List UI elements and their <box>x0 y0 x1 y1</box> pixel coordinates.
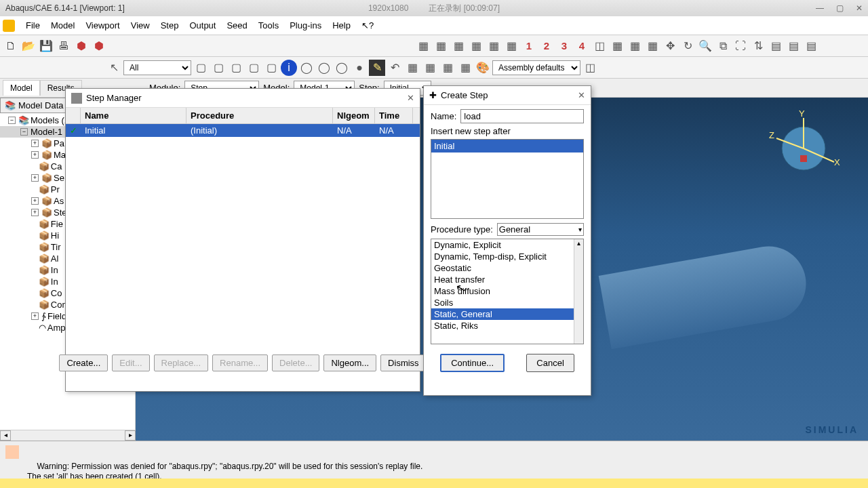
sel3-icon[interactable]: ▢ <box>228 60 244 76</box>
view-preset-1[interactable]: 1 <box>521 38 537 54</box>
delete-button[interactable]: Delete... <box>272 354 319 371</box>
db-icon[interactable]: ⬢ <box>73 38 90 54</box>
insert-after-list[interactable]: Initial <box>431 139 584 219</box>
fit-icon[interactable]: ⛶ <box>732 38 749 54</box>
info-icon[interactable]: i <box>281 60 297 76</box>
view-xz-icon[interactable]: ▦ <box>433 38 449 54</box>
scrollbar[interactable]: ▴ <box>574 239 583 344</box>
grid3-icon[interactable]: ▤ <box>803 38 819 54</box>
create-button[interactable]: Create... <box>59 354 108 371</box>
persp-icon[interactable]: ◫ <box>591 38 608 54</box>
view-preset-4[interactable]: 4 <box>574 38 590 54</box>
view-iso-icon[interactable]: ▦ <box>468 38 484 54</box>
grid2-icon[interactable]: ▤ <box>785 38 802 54</box>
scroll-right-icon[interactable]: ▸ <box>125 430 136 441</box>
proc-mass-diffusion[interactable]: Mass diffusion <box>431 285 583 297</box>
tab-model[interactable]: Model <box>3 80 40 96</box>
rotate-icon[interactable]: ↻ <box>679 38 696 54</box>
procedure-type-select[interactable]: General▾ <box>497 223 584 236</box>
sel4-icon[interactable]: ▢ <box>245 60 262 76</box>
menu-viewport[interactable]: Viewport <box>80 18 125 33</box>
create-step-title-bar[interactable]: ✚ Create Step ✕ <box>424 86 591 105</box>
filter-select[interactable]: All <box>123 60 191 75</box>
menu-model[interactable]: Model <box>45 18 80 33</box>
proc-dynamic-explicit[interactable]: Dynamic, Explicit <box>431 239 583 251</box>
replace-button[interactable]: Replace... <box>154 354 209 371</box>
view-preset-2[interactable]: 2 <box>538 38 555 54</box>
open-icon[interactable]: 📂 <box>20 38 37 54</box>
menu-tools[interactable]: Tools <box>253 18 284 33</box>
layout2-icon[interactable]: ▦ <box>457 60 473 76</box>
view-iso2-icon[interactable]: ▦ <box>486 38 502 54</box>
procedure-type-label: Procedure type: <box>431 224 493 235</box>
command-line[interactable] <box>0 479 868 488</box>
db2-icon[interactable]: ⬢ <box>91 38 107 54</box>
menu-seed[interactable]: Seed <box>221 18 252 33</box>
table-icon[interactable]: ▦ <box>404 60 420 76</box>
render2-icon[interactable]: ▦ <box>627 38 643 54</box>
continue-button[interactable]: Continue... <box>440 354 505 372</box>
menu-plugins[interactable]: Plug-ins <box>284 18 327 33</box>
table2-icon[interactable]: ▦ <box>422 60 438 76</box>
proc-dynamic-temp-disp[interactable]: Dynamic, Temp-disp, Explicit <box>431 251 583 262</box>
circ2-icon[interactable]: ◯ <box>316 60 332 76</box>
render3-icon[interactable]: ▦ <box>644 38 660 54</box>
menu-file[interactable]: File <box>20 18 45 33</box>
pan-icon[interactable]: ✥ <box>662 38 678 54</box>
menu-help[interactable]: Help <box>327 18 356 33</box>
view-yz-icon[interactable]: ▦ <box>450 38 467 54</box>
close-icon[interactable]: ✕ <box>578 90 585 100</box>
insert-after-initial[interactable]: Initial <box>431 140 583 152</box>
circ3-icon[interactable]: ◯ <box>334 60 350 76</box>
sel2-icon[interactable]: ▢ <box>210 60 226 76</box>
rename-button[interactable]: Rename... <box>212 354 268 371</box>
simulia-logo: SIMULIA <box>805 424 859 435</box>
view-preset-3[interactable]: 3 <box>556 38 572 54</box>
menu-view[interactable]: View <box>125 18 155 33</box>
print-icon[interactable]: 🖶 <box>56 38 72 54</box>
undo-icon[interactable]: ↶ <box>387 60 403 76</box>
cube-icon[interactable]: ◫ <box>582 60 598 76</box>
proc-geostatic[interactable]: Geostatic <box>431 262 583 274</box>
nlgeom-button[interactable]: Nlgeom... <box>323 354 376 371</box>
close-icon[interactable]: ✕ <box>407 93 414 103</box>
save-icon[interactable]: 💾 <box>38 38 54 54</box>
menu-output[interactable]: Output <box>184 18 221 33</box>
name-input[interactable] <box>460 109 584 123</box>
step-manager-title-bar[interactable]: Step Manager ✕ <box>66 89 420 108</box>
new-icon[interactable]: 🗋 <box>3 38 19 54</box>
maximize-icon[interactable]: ▢ <box>836 3 844 13</box>
circ1-icon[interactable]: ◯ <box>298 60 315 76</box>
circ4-icon[interactable]: ● <box>351 60 368 76</box>
cancel-button[interactable]: Cancel <box>526 354 574 372</box>
scroll-left-icon[interactable]: ◂ <box>0 430 11 441</box>
close-icon[interactable]: ✕ <box>856 3 863 13</box>
step-manager-dialog: Step Manager ✕ Name Procedure Nlgeom Tim… <box>65 88 420 392</box>
dismiss-button[interactable]: Dismiss <box>380 354 427 371</box>
grid-icon[interactable]: ▤ <box>768 38 784 54</box>
view-iso3-icon[interactable]: ▦ <box>503 38 519 54</box>
zoom-icon[interactable]: 🔍 <box>697 38 713 54</box>
step-manager-buttons: Create... Edit... Replace... Rename... D… <box>66 349 420 377</box>
proc-soils[interactable]: Soils <box>431 297 583 308</box>
assembly-defaults-select[interactable]: Assembly defaults <box>492 60 580 75</box>
cycle-icon[interactable]: ⇅ <box>750 38 766 54</box>
help-cursor-icon[interactable]: ↖? <box>356 18 379 33</box>
edit-button[interactable]: Edit... <box>112 354 149 371</box>
step-row-initial[interactable]: ✓ Initial (Initial) N/A N/A <box>66 124 420 137</box>
color-icon[interactable]: 🎨 <box>475 60 491 76</box>
proc-static-general[interactable]: Static, General <box>431 308 583 320</box>
zoom-box-icon[interactable]: ⧉ <box>715 38 731 54</box>
menu-step[interactable]: Step <box>155 18 184 33</box>
sel5-icon[interactable]: ▢ <box>263 60 279 76</box>
view-xy-icon[interactable]: ▦ <box>415 38 431 54</box>
render-icon[interactable]: ▦ <box>609 38 625 54</box>
proc-static-riks[interactable]: Static, Riks <box>431 320 583 331</box>
minimize-icon[interactable]: — <box>816 3 824 13</box>
tree-hscroll[interactable]: ◂ ▸ <box>0 430 136 441</box>
layout-icon[interactable]: ▦ <box>439 60 456 76</box>
sel1-icon[interactable]: ▢ <box>193 60 209 76</box>
highlight-icon[interactable]: ✎ <box>369 60 385 76</box>
pointer-icon[interactable]: ↖ <box>106 60 122 76</box>
procedure-list[interactable]: Dynamic, Explicit Dynamic, Temp-disp, Ex… <box>431 239 584 344</box>
